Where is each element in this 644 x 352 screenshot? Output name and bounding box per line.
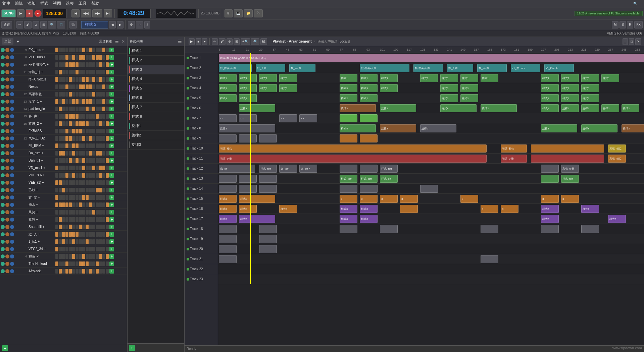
ch-mute-btn[interactable] [5, 136, 9, 140]
menu-item-file[interactable]: 文件 [2, 1, 10, 6]
clip-block[interactable]: 样式1 [481, 74, 498, 82]
channel-pad[interactable] [92, 261, 95, 266]
clip-block[interactable]: 样式6 [219, 215, 237, 223]
channel-pad[interactable] [69, 261, 72, 266]
clip-block[interactable]: x1_郡.cals [544, 64, 574, 72]
ch-power-btn[interactable] [1, 114, 5, 118]
clip-block[interactable]: 和弦_相位 [608, 144, 626, 153]
piano-roll-btn[interactable]: 🎹 [234, 9, 243, 17]
channel-pad[interactable] [59, 48, 62, 52]
ch-add-btn[interactable]: + [109, 129, 114, 133]
channel-pad[interactable] [62, 232, 65, 237]
ch-power-btn[interactable] [1, 85, 5, 89]
channel-pad[interactable] [92, 254, 95, 259]
clip-block[interactable]: 旋律1 [219, 124, 275, 132]
channel-pad[interactable] [96, 92, 99, 97]
ch-name-label[interactable]: 滴水 + [28, 202, 54, 208]
channel-pad[interactable] [86, 143, 89, 148]
playlist-timeline[interactable]: 5132129374553616977859310110911712513314… [185, 46, 644, 53]
ch-mute-btn[interactable] [5, 269, 9, 273]
channel-pad[interactable] [86, 269, 89, 274]
channel-pad[interactable] [62, 121, 65, 126]
channel-pad[interactable] [65, 247, 68, 251]
channel-pad[interactable] [89, 225, 92, 229]
channel-pad[interactable] [62, 261, 65, 266]
channel-pad[interactable] [59, 195, 62, 200]
channel-pad[interactable] [69, 225, 72, 229]
channel-pad[interactable] [96, 121, 99, 126]
ch-power-btn[interactable] [1, 166, 5, 170]
clip-block[interactable]: x1_郡.cals [511, 64, 540, 72]
ch-name-label[interactable]: 过_入 + [28, 232, 54, 237]
ch-add-btn[interactable]: + [109, 210, 114, 215]
channel-pad[interactable] [99, 188, 102, 192]
channel-pad[interactable] [65, 70, 68, 74]
channel-pad[interactable] [55, 269, 58, 274]
ch-power-btn[interactable] [1, 144, 5, 148]
channel-pad[interactable] [59, 77, 62, 82]
menu-item-style[interactable]: 样式 [40, 1, 48, 6]
track-row[interactable]: 默_郡英-人声默_人声默_-人声默-郡英-人声默-郡英-人声默_人声默_-人声x… [218, 63, 644, 73]
channel-pad[interactable] [99, 136, 102, 141]
ch-mute-btn[interactable] [5, 55, 9, 59]
clip-block[interactable]: 样式_off [380, 175, 398, 183]
channel-pad[interactable] [76, 99, 79, 104]
clip-block[interactable]: 样式1 [219, 74, 237, 82]
pattern-item[interactable]: 样式 7 [128, 103, 184, 112]
track-row[interactable] [218, 234, 644, 244]
channel-pad[interactable] [72, 107, 75, 111]
channel-pad[interactable] [96, 48, 99, 52]
channel-pad[interactable] [59, 232, 62, 237]
channel-pad[interactable] [106, 92, 109, 97]
clip-block[interactable]: 样式3 [541, 94, 559, 102]
ch-power-btn[interactable] [1, 240, 5, 244]
track-row[interactable]: 疯_off样式_toff疯_toff疯_off ✓样式_toff和弦_0 量 [218, 164, 644, 174]
ch-mute-btn[interactable] [5, 262, 9, 266]
clip-block[interactable]: 和弦_0 量 [219, 155, 487, 163]
ch-power-btn[interactable] [1, 55, 5, 59]
channel-pad[interactable] [62, 180, 65, 185]
ch-name-label[interactable]: FKBASS [28, 128, 54, 134]
ch-mute-btn[interactable] [5, 254, 9, 258]
channel-pad[interactable] [99, 84, 102, 89]
ch-mute-btn[interactable] [5, 129, 9, 133]
ch-add-btn[interactable]: + [109, 114, 114, 119]
channel-pad[interactable] [72, 166, 75, 170]
channel-pad[interactable] [92, 99, 95, 104]
pattern-item[interactable]: 样式 4 [128, 74, 184, 84]
channel-pad[interactable] [55, 232, 58, 237]
channel-pad[interactable] [92, 70, 95, 74]
clip-block[interactable] [340, 225, 357, 233]
channel-pad[interactable] [69, 107, 72, 111]
channel-pad[interactable] [96, 114, 99, 119]
clip-block[interactable]: 样式_toff [380, 165, 398, 173]
channel-pad[interactable] [72, 55, 75, 60]
channel-pad[interactable] [55, 166, 58, 170]
track-row[interactable]: 样式6样式6样式6样式6样式6样式6 [218, 214, 644, 224]
channel-pad[interactable] [86, 55, 89, 60]
clip-block[interactable]: 样式1 [360, 74, 378, 82]
channel-pad[interactable] [65, 239, 68, 244]
channel-pad[interactable] [65, 92, 68, 97]
channel-pad[interactable] [106, 84, 109, 89]
clip-block[interactable]: 3 [400, 195, 418, 203]
channel-pad[interactable] [59, 247, 62, 251]
clip-block[interactable] [420, 185, 438, 193]
channel-pad[interactable] [62, 202, 65, 207]
channel-pad[interactable] [102, 77, 105, 82]
channel-pad[interactable] [102, 62, 105, 67]
ch-solo-btn[interactable] [10, 85, 14, 89]
channel-pad[interactable] [59, 92, 62, 97]
ch-power-btn[interactable] [1, 195, 5, 199]
clip-block[interactable]: 旋律2 [420, 124, 456, 132]
channel-pad[interactable] [59, 180, 62, 185]
channel-pad[interactable] [69, 99, 72, 104]
ch-mute-btn[interactable] [5, 210, 9, 214]
channel-pad[interactable] [62, 55, 65, 60]
channel-pad[interactable] [76, 55, 79, 60]
channel-pad[interactable] [89, 107, 92, 111]
channel-pad[interactable] [86, 210, 89, 215]
search-icon[interactable]: 🔍 [633, 2, 637, 5]
clip-block[interactable]: 样式3 [440, 84, 458, 92]
channel-pad[interactable] [59, 166, 62, 170]
